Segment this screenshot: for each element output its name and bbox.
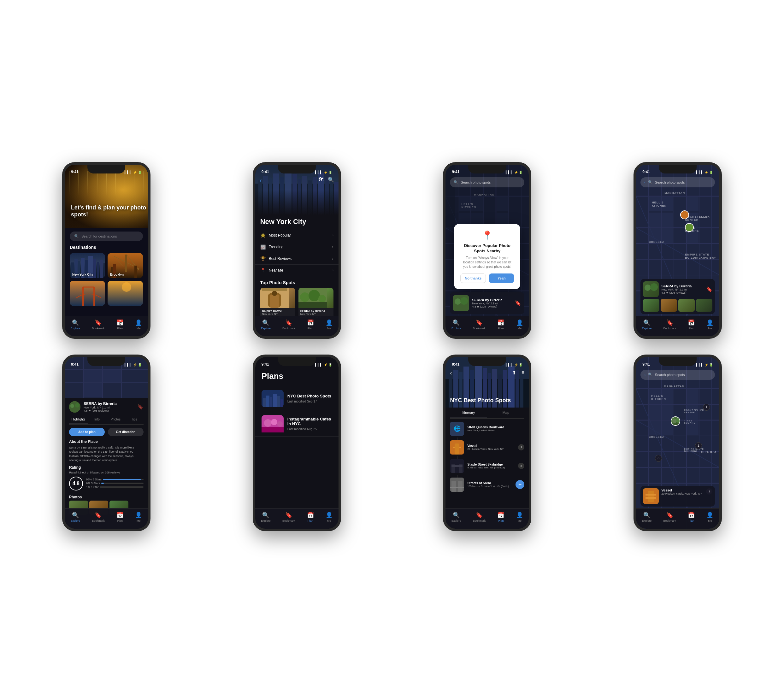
back-button-2[interactable]: ‹ [260,177,262,184]
map-pin-timessq[interactable] [685,223,694,232]
nav-me-5[interactable]: 👤Me [135,512,142,522]
gg-card-image [107,281,143,306]
spot-serra[interactable]: SERRA by Birreria New York, NY 2.1 mi 4.… [298,288,333,319]
chevron-popular: › [332,233,333,237]
nav-explore-6[interactable]: 🔍Explore [261,512,271,522]
bottom-nav-7: 🔍Explore 🔖Bookmark 📅Plan 👤Me [445,508,529,528]
yeah-button[interactable]: Yeah [489,273,514,283]
menu-icon-7[interactable]: ≡ [522,370,524,375]
nav-me-4[interactable]: 👤Me [707,319,713,330]
plan-item-nyc[interactable]: NYC Best Photo Spots Last modified Sep 1… [255,386,339,412]
ralphs-image [260,288,295,308]
serra-header-info: SERRA by Birreria New York, NY 2.1 mi 4.… [84,402,117,412]
nav-plan-3[interactable]: 📅Plan [497,319,504,330]
svg-rect-29 [285,170,292,215]
nav-bookmark-4[interactable]: 🔖Bookmark [663,319,676,330]
svg-rect-31 [298,179,301,215]
nav-bookmark-7[interactable]: 🔖Bookmark [473,512,486,522]
rating-section: Rating Rated 4.8 out of 5 based on 208 r… [65,463,148,493]
bookmark-map-icon-3[interactable]: 🔖 [515,300,521,306]
no-thanks-button[interactable]: No thanks [460,273,486,283]
add-to-plan-button[interactable]: Add to plan [69,428,105,436]
menu-trending[interactable]: 📈 Trending › [255,241,339,253]
map-search-3[interactable]: 🔍 Search photo spots [450,177,524,188]
svg-rect-125 [277,396,280,407]
nav-bookmark-1[interactable]: 🔖 Bookmark [92,319,105,330]
nav-plan-1[interactable]: 📅 Plan [117,319,124,330]
plan-item-cafe[interactable]: Instagrammable Cafes in NYC Last modifie… [255,412,339,436]
menu-popular[interactable]: ⭐ Most Popular › [255,230,339,241]
phone-5-detail: 9:41 ▎▎▎ ⚡ 🔋 [62,354,150,531]
dest-card-gg[interactable] [107,281,143,306]
map-search-8[interactable]: ‹ 🔍 Search photo spots [641,370,715,380]
nav-me-8[interactable]: 👤Me [707,512,713,522]
nav-bookmark-3[interactable]: 🔖Bookmark [473,319,486,330]
back-icon-8[interactable]: ‹ [644,373,646,377]
tab-map[interactable]: Map [487,408,524,418]
nav-me-2[interactable]: 👤 Me [326,319,333,330]
nav-bookmark-8[interactable]: 🔖Bookmark [663,512,676,522]
reviews-icon: 🏆 [260,256,266,261]
bookmark-map4[interactable]: 🔖 [706,286,712,292]
dest-card-brooklyn[interactable]: Brooklyn [107,253,143,278]
nav-explore-8[interactable]: 🔍Explore [642,512,652,522]
tab-info[interactable]: Info [88,415,106,424]
menu-nearme[interactable]: 📍 Near Me › [255,265,339,276]
add-item-button-7[interactable]: + [516,480,524,489]
back-button-7[interactable]: ‹ [450,370,452,376]
tab-tips[interactable]: Tips [125,415,143,424]
back-icon-4[interactable]: ‹ [644,180,646,184]
plan-icon-7: 📅 [497,512,504,519]
nav-bookmark-2[interactable]: 🔖 Bookmark [282,319,295,330]
nav-explore-4[interactable]: 🔍Explore [642,319,652,330]
map-card-3[interactable]: SERRA by Birreria New York, NY 2.1 mi 4.… [450,292,524,314]
phone1-search[interactable]: 🔍 Search for destinations [70,232,143,241]
nav-explore-7[interactable]: 🔍Explore [451,512,461,522]
map-pin-serra-8[interactable] [671,416,680,426]
map-pin-rockefeller[interactable] [680,211,689,219]
manhattan-label-8: MANHATTAN [664,385,684,388]
nav-explore-1[interactable]: 🔍 Explore [70,319,80,330]
map-badge-2: 2 [695,442,702,449]
tab-highlights[interactable]: Highlights [69,415,88,424]
map-search-4[interactable]: ‹ 🔍 Search photo spots [641,177,715,188]
sidebar-card-8[interactable]: Vessel 20 Hudson Yards, New York, NY 1 [641,486,715,507]
nav-me-7[interactable]: 👤Me [516,512,523,522]
rating-bars: 93% 5 Stars 6% 3 Stars 1% 1 Star [86,478,143,489]
map-icon-2[interactable]: 🗺 [318,177,323,183]
menu-reviews[interactable]: 🏆 Best Reviews › [255,253,339,265]
tab-photos[interactable]: Photos [106,415,125,424]
bookmark-icon-3: 🔖 [476,319,483,326]
nav-explore-3[interactable]: 🔍Explore [451,319,461,330]
phone-4-map-markers: 9:41 ▎▎▎ ⚡ 🔋 [634,162,722,339]
status-time-3: 9:41 [452,170,460,174]
nav-me-3[interactable]: 👤Me [516,319,523,330]
bookmark-icon-5[interactable]: 🔖 [137,404,143,410]
chelsea-label-4: CHELSEA [649,240,664,244]
search-icon-2[interactable]: 🔍 [328,177,334,183]
dest-card-sf[interactable] [70,281,105,306]
get-direction-button[interactable]: Get direction [108,428,143,436]
svg-rect-43 [262,288,287,291]
tab-itinerary[interactable]: Itinerary [450,408,487,418]
share-icon-7[interactable]: ⬆ [512,370,516,376]
nav-explore-2[interactable]: 🔍 Explore [261,319,271,330]
nav-plan-6[interactable]: 📅Plan [307,512,314,522]
nav-plan-4[interactable]: 📅Plan [688,319,695,330]
map-card-thumb-3 [453,295,469,311]
dest-card-nyc[interactable]: New York City [70,253,105,278]
search-icon-1: 🔍 [74,234,79,239]
nav-plan-2[interactable]: 📅 Plan [307,319,314,330]
plan-detail-title: NYC Best Photo Spots [450,397,511,404]
spot-ralphs[interactable]: Ralph's Coffee New York, NY 1.6 mi 4.9 ★… [260,288,295,319]
nav-explore-5[interactable]: 🔍Explore [70,512,80,522]
nav-plan-8[interactable]: 📅Plan [688,512,695,522]
plan-nyc-thumb [262,390,283,407]
nav-plan-7[interactable]: 📅Plan [497,512,504,522]
itin-item-vessel: Vessel 20 Hudson Yards, New York, NY 1 [450,440,524,454]
nav-me-6[interactable]: 👤Me [326,512,333,522]
nav-plan-5[interactable]: 📅Plan [117,512,124,522]
nav-bookmark-5[interactable]: 🔖Bookmark [92,512,105,522]
nav-me-1[interactable]: 👤 Me [135,319,142,330]
nav-bookmark-6[interactable]: 🔖Bookmark [282,512,295,522]
